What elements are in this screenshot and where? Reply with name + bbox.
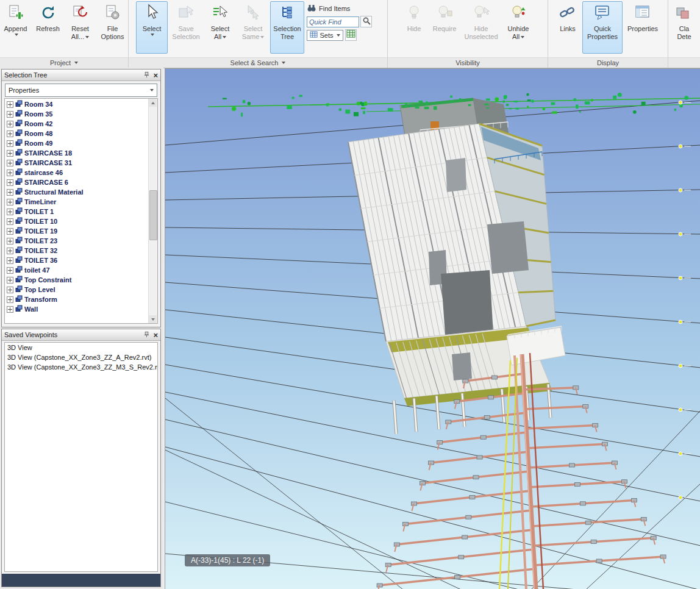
- refresh-icon: [39, 4, 57, 24]
- expand-icon[interactable]: [7, 257, 13, 264]
- group-label-visibility[interactable]: Visibility: [388, 57, 548, 68]
- manage-sets-button[interactable]: [345, 29, 357, 41]
- group-label-select-search[interactable]: Select & Search: [129, 57, 387, 68]
- expand-icon[interactable]: [7, 101, 13, 108]
- tree-item[interactable]: Top Constraint: [5, 275, 149, 285]
- viewpoint-item[interactable]: 3D View (Capstone_XX_Zone3_ZZ_M3_S_Rev2.…: [5, 362, 157, 372]
- magnifier-icon: [362, 16, 371, 27]
- file-options-icon: [104, 4, 122, 24]
- properties-button[interactable]: Properties: [624, 1, 662, 54]
- tree-item-label: TOILET 36: [24, 257, 57, 264]
- find-items-button[interactable]: Find Items: [307, 3, 379, 14]
- expand-icon[interactable]: [7, 296, 13, 303]
- tree-item[interactable]: Room 35: [5, 109, 149, 119]
- quick-properties-button[interactable]: QuickProperties: [582, 1, 623, 54]
- refresh-button[interactable]: Refresh: [32, 1, 63, 54]
- scroll-up-button[interactable]: [149, 99, 157, 107]
- tree-mode-dropdown[interactable]: Properties: [5, 84, 157, 97]
- select-same-button[interactable]: SelectSame: [237, 1, 269, 54]
- close-icon[interactable]: ×: [153, 71, 158, 79]
- expand-icon[interactable]: [7, 238, 13, 245]
- reset-all-button[interactable]: ResetAll...: [65, 1, 96, 54]
- expand-icon[interactable]: [7, 248, 13, 254]
- tree-item-label: STAIRCASE 31: [24, 159, 72, 166]
- expand-icon[interactable]: [7, 228, 13, 235]
- file-options-button[interactable]: FileOptions: [97, 1, 128, 54]
- expand-icon[interactable]: [7, 140, 13, 147]
- unhide-all-button[interactable]: UnhideAll: [502, 1, 535, 54]
- expand-icon[interactable]: [7, 209, 13, 215]
- expand-icon[interactable]: [7, 287, 13, 293]
- selection-tree-list: Room 34Room 35Room 42Room 48Room 49STAIR…: [5, 99, 149, 323]
- expand-icon[interactable]: [7, 160, 13, 166]
- tree-item[interactable]: Room 48: [5, 129, 149, 138]
- quick-properties-icon: [593, 4, 612, 24]
- append-button[interactable]: Append: [0, 1, 31, 54]
- tree-item-label: Room 42: [24, 120, 52, 127]
- tree-item[interactable]: Room 34: [5, 99, 149, 109]
- tree-item[interactable]: STAIRCASE 31: [5, 158, 149, 168]
- tree-item[interactable]: staircase 46: [5, 168, 149, 177]
- expand-icon[interactable]: [7, 130, 13, 137]
- select-label: Select: [143, 25, 162, 33]
- expand-icon[interactable]: [7, 179, 13, 186]
- viewpoint-item[interactable]: 3D View (Capstone_XX_Zone3_ZZ_A_Rev2.rvt…: [5, 352, 157, 362]
- save-selection-button[interactable]: SaveSelection: [169, 1, 203, 54]
- scroll-thumb[interactable]: [149, 190, 157, 240]
- hide-unselected-label: HideUnselected: [464, 25, 498, 41]
- quick-find-input[interactable]: [307, 16, 359, 27]
- expand-icon[interactable]: [7, 121, 13, 127]
- tree-item[interactable]: TOILET 32: [5, 246, 149, 255]
- expand-icon[interactable]: [7, 150, 13, 157]
- reset-all-label: ResetAll...: [71, 25, 89, 41]
- select-all-button[interactable]: SelectAll: [204, 1, 236, 54]
- expand-icon[interactable]: [7, 199, 13, 205]
- expand-icon[interactable]: [7, 277, 13, 284]
- clash-detective-button[interactable]: ClaDete: [668, 1, 700, 54]
- tree-item[interactable]: TOILET 1: [5, 207, 149, 216]
- pin-icon[interactable]: [143, 331, 150, 339]
- expand-icon[interactable]: [7, 189, 13, 196]
- expand-icon[interactable]: [7, 170, 13, 176]
- tree-item[interactable]: STAIRCASE 18: [5, 148, 149, 158]
- expand-icon[interactable]: [7, 111, 13, 118]
- sets-dropdown[interactable]: Sets: [307, 30, 343, 41]
- expand-icon[interactable]: [7, 218, 13, 225]
- group-label-project[interactable]: Project: [0, 57, 128, 68]
- hide-button[interactable]: Hide: [401, 1, 427, 54]
- tree-item[interactable]: toilet 47: [5, 265, 149, 275]
- pin-icon[interactable]: [143, 71, 150, 79]
- tree-item[interactable]: TOILET 19: [5, 226, 149, 236]
- saved-viewpoints-titlebar[interactable]: Saved Viewpoints ×: [2, 329, 160, 341]
- scroll-down-button[interactable]: [149, 315, 157, 323]
- close-icon[interactable]: ×: [153, 331, 158, 339]
- tree-item[interactable]: Room 49: [5, 138, 149, 148]
- tree-item[interactable]: Top Level: [5, 285, 149, 294]
- tree-item[interactable]: STAIRCASE 6: [5, 177, 149, 187]
- select-button[interactable]: Select: [136, 1, 168, 54]
- hide-unselected-button[interactable]: HideUnselected: [462, 1, 501, 54]
- links-button[interactable]: Links: [554, 1, 581, 54]
- tree-item[interactable]: TimeLiner: [5, 197, 149, 207]
- tree-item[interactable]: Wall: [5, 304, 149, 314]
- expand-icon[interactable]: [7, 306, 13, 313]
- save-selection-icon: [177, 4, 195, 24]
- require-button[interactable]: Require: [429, 1, 460, 54]
- viewpoint-item[interactable]: 3D View: [5, 343, 157, 352]
- group-label-display[interactable]: Display: [548, 57, 668, 68]
- tree-vscrollbar[interactable]: [148, 99, 157, 323]
- tree-item[interactable]: TOILET 10: [5, 216, 149, 226]
- tree-item[interactable]: Room 42: [5, 119, 149, 129]
- expand-icon[interactable]: [7, 267, 13, 274]
- saved-viewpoints-panel: Saved Viewpoints × 3D View3D View (Capst…: [1, 329, 161, 587]
- tree-item[interactable]: Transform: [5, 294, 149, 304]
- quick-find-go-button[interactable]: [360, 16, 372, 27]
- select-cursor-icon: [143, 4, 161, 24]
- selection-tree-button[interactable]: SelectionTree: [270, 1, 304, 54]
- tree-item[interactable]: Structural Material: [5, 187, 149, 197]
- tree-item[interactable]: TOILET 23: [5, 236, 149, 246]
- tree-item[interactable]: TOILET 36: [5, 255, 149, 265]
- 3d-viewport[interactable]: A(-33)-1(45) : L 22 (-1): [165, 68, 700, 589]
- selection-tree-titlebar[interactable]: Selection Tree ×: [2, 70, 160, 81]
- tree-item-label: Room 49: [24, 140, 52, 147]
